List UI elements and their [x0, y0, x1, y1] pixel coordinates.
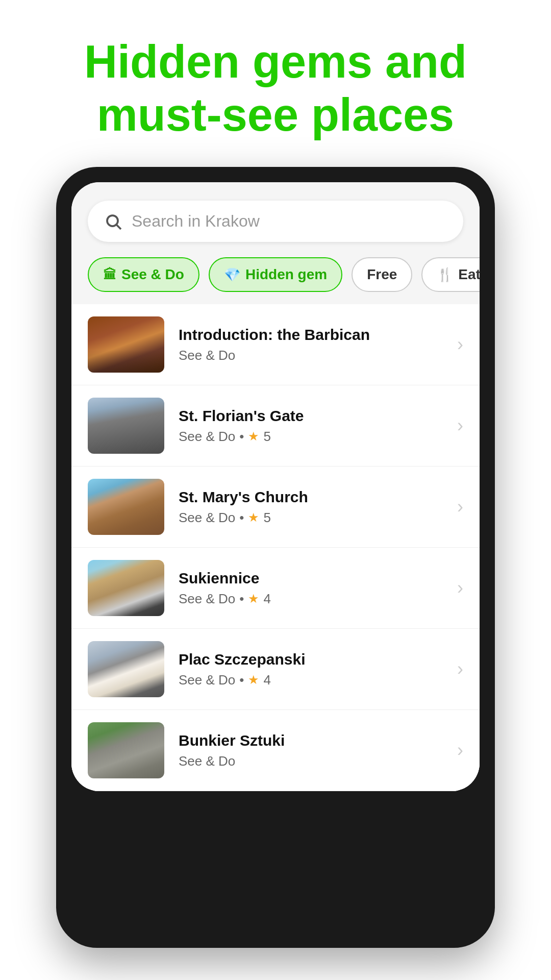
place-info: Introduction: the Barbican See & Do: [179, 326, 443, 363]
place-meta: See & Do • ★ 4: [179, 591, 443, 607]
place-info: St. Mary's Church See & Do • ★ 5: [179, 488, 443, 526]
place-thumbnail: [88, 398, 164, 454]
chevron-right-icon: ›: [457, 740, 463, 761]
list-item[interactable]: Sukiennice See & Do • ★ 4 ›: [71, 548, 480, 629]
list-item[interactable]: St. Mary's Church See & Do • ★ 5 ›: [71, 467, 480, 548]
chip-see-do-icon: 🏛: [103, 267, 116, 283]
place-meta: See & Do • ★ 5: [179, 510, 443, 526]
filter-chips: 🏛 See & Do 💎 Hidden gem Free 🍴 Eat 👜 Sho: [71, 252, 480, 304]
place-info: Plac Szczepanski See & Do • ★ 4: [179, 651, 443, 688]
place-meta: See & Do: [179, 348, 443, 363]
place-info: Sukiennice See & Do • ★ 4: [179, 570, 443, 607]
place-info: Bunkier Sztuki See & Do: [179, 732, 443, 769]
search-placeholder-text: Search in Krakow: [132, 212, 260, 231]
star-icon: ★: [248, 592, 259, 606]
hero-title: Hidden gems and must-see places: [0, 0, 551, 167]
place-meta: See & Do • ★ 4: [179, 672, 443, 688]
chevron-right-icon: ›: [457, 415, 463, 436]
star-icon: ★: [248, 429, 259, 444]
place-info: St. Florian's Gate See & Do • ★ 5: [179, 407, 443, 445]
place-thumbnail: [88, 641, 164, 697]
list-item[interactable]: Bunkier Sztuki See & Do ›: [71, 710, 480, 791]
place-name: Sukiennice: [179, 570, 443, 587]
place-name: Introduction: the Barbican: [179, 326, 443, 344]
chip-hidden-gem[interactable]: 💎 Hidden gem: [209, 257, 342, 292]
chip-hidden-gem-label: Hidden gem: [245, 266, 327, 283]
chip-eat[interactable]: 🍴 Eat: [421, 257, 480, 292]
place-name: Plac Szczepanski: [179, 651, 443, 668]
chip-eat-label: Eat: [458, 266, 480, 283]
chevron-right-icon: ›: [457, 496, 463, 518]
chip-see-do[interactable]: 🏛 See & Do: [88, 257, 199, 292]
place-thumbnail: [88, 316, 164, 373]
place-thumbnail: [88, 479, 164, 535]
place-meta: See & Do: [179, 753, 443, 769]
chevron-right-icon: ›: [457, 334, 463, 355]
star-icon: ★: [248, 673, 259, 687]
list-item[interactable]: Introduction: the Barbican See & Do ›: [71, 304, 480, 385]
search-bar[interactable]: Search in Krakow: [88, 201, 463, 242]
chip-see-do-label: See & Do: [121, 266, 184, 283]
svg-point-0: [107, 215, 118, 226]
star-icon: ★: [248, 510, 259, 525]
place-name: Bunkier Sztuki: [179, 732, 443, 749]
chip-hidden-gem-icon: 💎: [224, 267, 240, 283]
chevron-right-icon: ›: [457, 658, 463, 680]
list-item[interactable]: St. Florian's Gate See & Do • ★ 5 ›: [71, 385, 480, 467]
search-bar-container: Search in Krakow: [71, 182, 480, 252]
list-area: Introduction: the Barbican See & Do › St…: [71, 304, 480, 791]
svg-line-1: [117, 225, 121, 229]
list-item[interactable]: Plac Szczepanski See & Do • ★ 4 ›: [71, 629, 480, 710]
place-thumbnail: [88, 560, 164, 616]
chip-eat-icon: 🍴: [437, 267, 453, 283]
place-meta: See & Do • ★ 5: [179, 429, 443, 445]
page-wrapper: Hidden gems and must-see places Search i…: [0, 0, 551, 980]
place-name: St. Mary's Church: [179, 488, 443, 506]
chip-free-label: Free: [367, 266, 397, 283]
chip-free[interactable]: Free: [352, 257, 412, 292]
search-icon: [104, 212, 122, 231]
place-name: St. Florian's Gate: [179, 407, 443, 425]
place-thumbnail: [88, 722, 164, 778]
phone-screen: Search in Krakow 🏛 See & Do 💎 Hidden gem…: [71, 182, 480, 791]
chevron-right-icon: ›: [457, 577, 463, 599]
phone-mockup: Search in Krakow 🏛 See & Do 💎 Hidden gem…: [56, 167, 495, 948]
